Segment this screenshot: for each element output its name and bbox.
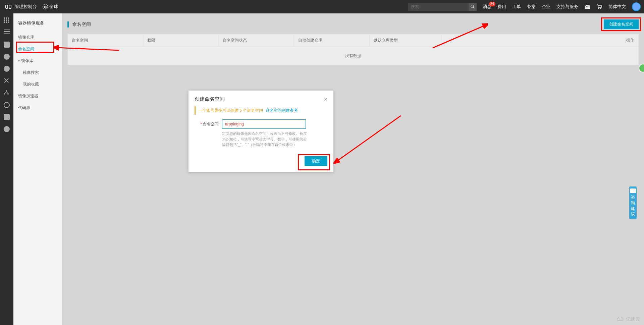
create-namespace-button[interactable]: 创建命名空间 <box>604 19 639 29</box>
consult-label: 咨询建议 <box>631 195 635 216</box>
watermark-label: 亿速云 <box>626 316 640 322</box>
cart-icon[interactable] <box>596 4 602 10</box>
dialog-footer: 确定 <box>189 153 333 172</box>
sidebar-item-favorites[interactable]: 我的收藏 <box>13 78 62 90</box>
confirm-button[interactable]: 确定 <box>305 156 327 166</box>
avatar[interactable] <box>632 2 641 11</box>
nav-ticket[interactable]: 工单 <box>512 4 521 10</box>
watermark-icon <box>616 317 624 322</box>
field-hint: 定义您的镜像仓库命名空间，设置后不可修改。长度为2-30位，可填写小写英文字母、… <box>222 131 308 148</box>
rail-apps-icon[interactable] <box>4 17 10 23</box>
note-text: 一个账号最多可以创建 5 个命名空间 <box>198 108 263 113</box>
rail-trophy-icon[interactable] <box>4 42 10 48</box>
sidebar-item-search[interactable]: 镜像搜索 <box>13 67 62 78</box>
rail-cloud-icon[interactable] <box>4 54 10 60</box>
sidebar-item-codesource[interactable]: 代码源 <box>13 102 62 114</box>
page-title: 命名空间 <box>72 21 91 28</box>
main-content: 命名空间 创建命名空间 命名空间 权限 命名空间状态 自动创建仓库 默认仓库类型… <box>62 13 644 325</box>
th-status: 命名空间状态 <box>219 34 294 47</box>
messages-badge: 34 <box>489 2 495 6</box>
th-defaulttype: 默认仓库类型 <box>370 34 442 47</box>
region-label: 全球 <box>49 4 58 10</box>
th-actions: 操作 <box>442 34 638 47</box>
mail-icon[interactable] <box>584 4 590 10</box>
nav-cost[interactable]: 费用 <box>497 4 506 10</box>
svg-point-2 <box>471 5 474 8</box>
rail-list-icon[interactable] <box>4 30 10 36</box>
create-namespace-dialog: 创建命名空间 × 一个账号最多可以创建 5 个命名空间 命名空间创建参考 *命名… <box>189 91 333 172</box>
left-nav: 容器镜像服务 镜像仓库 命名空间 镜像库 镜像搜索 我的收藏 镜像加速器 代码源 <box>13 13 62 325</box>
search-input[interactable] <box>408 3 469 11</box>
globe-icon: ◐ <box>43 4 48 9</box>
page-header: 命名空间 创建命名空间 <box>67 19 639 29</box>
product-name[interactable]: 管理控制台 <box>15 4 37 10</box>
th-namespace: 命名空间 <box>68 34 143 47</box>
dialog-header: 创建命名空间 × <box>189 91 333 106</box>
namespace-input[interactable] <box>222 119 306 129</box>
consult-button[interactable]: 咨询建议 <box>629 186 637 219</box>
svg-rect-1 <box>9 5 11 8</box>
svg-line-12 <box>5 92 6 93</box>
svg-point-11 <box>7 93 9 95</box>
svg-point-9 <box>6 90 7 92</box>
rail-hand-icon[interactable] <box>4 114 10 120</box>
sidebar-item-repo[interactable]: 镜像仓库 <box>13 32 62 43</box>
dialog-title: 创建命名空间 <box>195 96 225 102</box>
svg-point-10 <box>4 93 5 95</box>
watermark: 亿速云 <box>616 316 640 322</box>
nav-messages[interactable]: 消息 34 <box>483 4 491 10</box>
dialog-note: 一个账号最多可以创建 5 个命名空间 命名空间创建参考 <box>195 106 327 115</box>
th-autocreate: 自动创建仓库 <box>294 34 370 47</box>
lang-selector[interactable]: 简体中文 <box>608 4 626 10</box>
svg-rect-0 <box>6 5 8 8</box>
namespace-table: 命名空间 权限 命名空间状态 自动创建仓库 默认仓库类型 操作 没有数据 <box>67 34 639 65</box>
svg-point-6 <box>600 8 601 9</box>
sidebar-item-imagelib[interactable]: 镜像库 <box>13 55 62 67</box>
rail-cross-icon[interactable] <box>4 78 10 84</box>
sidebar-item-namespace[interactable]: 命名空间 <box>13 43 62 55</box>
sidebar-item-accelerator[interactable]: 镜像加速器 <box>13 90 62 102</box>
rail-dot-icon[interactable] <box>4 126 10 132</box>
table-empty: 没有数据 <box>68 47 638 65</box>
header-actions: 创建命名空间 <box>604 19 639 29</box>
icon-rail <box>0 13 13 325</box>
note-link[interactable]: 命名空间创建参考 <box>266 108 298 113</box>
top-bar: 管理控制台 ◐ 全球 消息 34 费用 工单 备案 企业 支持与服务 简体中文 <box>0 0 644 13</box>
rail-tree-icon[interactable] <box>4 90 10 96</box>
title-accent <box>67 21 69 28</box>
svg-line-3 <box>473 7 474 8</box>
top-search <box>408 3 477 11</box>
nav-support[interactable]: 支持与服务 <box>556 4 578 10</box>
close-icon[interactable]: × <box>324 96 327 102</box>
logo-icon[interactable] <box>5 3 12 10</box>
dialog-body: *命名空间 定义您的镜像仓库命名空间，设置后不可修改。长度为2-30位，可填写小… <box>189 119 333 153</box>
table-header: 命名空间 权限 命名空间状态 自动创建仓库 默认仓库类型 操作 <box>68 34 638 47</box>
service-title: 容器镜像服务 <box>13 17 62 32</box>
th-permission: 权限 <box>143 34 219 47</box>
region-selector[interactable]: ◐ 全球 <box>43 4 58 10</box>
field-label: *命名空间 <box>195 119 219 127</box>
rail-upload-icon[interactable] <box>4 66 10 72</box>
nav-beian[interactable]: 备案 <box>527 4 536 10</box>
search-button[interactable] <box>469 3 477 11</box>
nav-enterprise[interactable]: 企业 <box>542 4 550 10</box>
svg-line-13 <box>6 92 8 93</box>
chat-icon <box>630 188 636 193</box>
svg-point-5 <box>598 8 599 9</box>
rail-globe-icon[interactable] <box>4 102 10 108</box>
